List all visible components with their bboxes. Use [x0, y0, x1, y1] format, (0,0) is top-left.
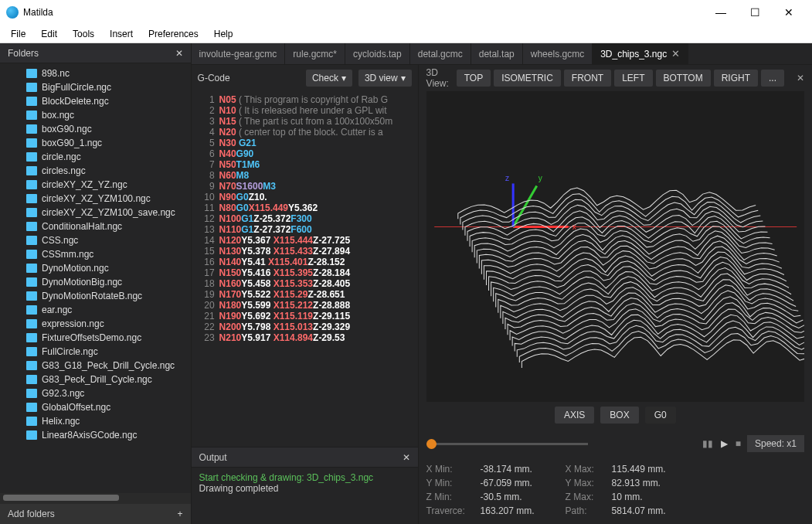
file-item[interactable]: expression.ngc: [23, 317, 191, 331]
add-folders-button[interactable]: Add folders +: [0, 504, 191, 524]
playback-slider[interactable]: [426, 443, 588, 445]
gcode-line[interactable]: 10N90G0Z10.: [192, 192, 418, 202]
gcode-line[interactable]: 6N40G90: [192, 148, 418, 159]
file-item[interactable]: CSSmm.ngc: [23, 247, 191, 261]
menu-help[interactable]: Help: [206, 26, 241, 42]
file-item[interactable]: G83_G18_Peck_Drill_Cycle.ngc: [23, 359, 191, 373]
gcode-line[interactable]: 20N180Y5.599 X115.212Z-28.888: [192, 300, 418, 311]
gcode-line[interactable]: 4N20 ( center top of the block. Cutter i…: [192, 127, 418, 138]
gcode-line[interactable]: 19N170Y5.522 X115.29Z-28.651: [192, 289, 418, 300]
tab[interactable]: cycloids.tap: [345, 43, 410, 64]
file-item[interactable]: BlockDelete.ngc: [23, 94, 191, 108]
gcode-line[interactable]: 18N160Y5.458 X115.353Z-28.405: [192, 278, 418, 289]
gcode-line[interactable]: 13N110G1Z-27.372F600: [192, 224, 418, 235]
gcode-line[interactable]: 16N140Y5.41 X115.401Z-28.152: [192, 257, 418, 267]
tab[interactable]: 3D_chips_3.ngc✕: [593, 43, 688, 64]
3dview-button[interactable]: 3D view ▾: [358, 70, 412, 87]
stop-icon[interactable]: ■: [736, 438, 741, 449]
minimize-button[interactable]: —: [704, 0, 738, 25]
file-item[interactable]: circles.ngc: [23, 164, 191, 178]
gcode-line[interactable]: 14N120Y5.367 X115.444Z-27.725: [192, 235, 418, 246]
file-icon: [26, 83, 37, 92]
file-icon: [26, 222, 37, 231]
check-button[interactable]: Check ▾: [306, 70, 352, 87]
close-button[interactable]: ✕: [772, 0, 806, 25]
gcode-editor[interactable]: 1N05 ( This program is copyright of Rab …: [192, 91, 418, 447]
view-front-button[interactable]: FRONT: [564, 70, 611, 87]
gcode-line[interactable]: 22N200Y5.798 X115.013Z-29.329: [192, 322, 418, 332]
gcode-line[interactable]: 1N05 ( This program is copyright of Rab …: [192, 94, 418, 105]
svg-line-3: [513, 185, 537, 226]
menu-preferences[interactable]: Preferences: [141, 26, 206, 42]
gcode-line[interactable]: 12N100G1Z-25.372F300: [192, 213, 418, 224]
file-item[interactable]: BigFullCircle.ngc: [23, 80, 191, 94]
menu-insert[interactable]: Insert: [102, 26, 141, 42]
file-item[interactable]: FixtureOffsetsDemo.ngc: [23, 331, 191, 345]
speed-button[interactable]: Speed: x1: [747, 435, 804, 452]
file-item[interactable]: G83_Peck_Drill_Cycle.ngc: [23, 373, 191, 386]
file-item[interactable]: 898.nc: [23, 66, 191, 80]
gcode-line[interactable]: 3N15 ( The part is cut from a 100x100x50…: [192, 116, 418, 127]
file-item[interactable]: boxG90.ngc: [23, 122, 191, 136]
gcode-line[interactable]: 5N30 G21: [192, 138, 418, 148]
file-item[interactable]: box.ngc: [23, 108, 191, 122]
tab[interactable]: rule.gcmc*: [285, 43, 345, 64]
file-item[interactable]: G92.3.ngc: [23, 386, 191, 400]
file-item[interactable]: Linear8AxisGCode.ngc: [23, 428, 191, 442]
file-item[interactable]: DynoMotionRotateB.ngc: [23, 289, 191, 303]
view-toggles: AXISBOXG0: [419, 402, 812, 428]
menu-edit[interactable]: Edit: [33, 26, 65, 42]
gcode-line[interactable]: 8N60M8: [192, 170, 418, 181]
file-item[interactable]: DynoMotionBig.ngc: [23, 275, 191, 289]
file-item[interactable]: circleXY_XZ_YZM100_save.ngc: [23, 206, 191, 219]
folders-h-scrollbar[interactable]: [0, 493, 191, 504]
view-isometric-button[interactable]: ISOMETRIC: [494, 70, 561, 87]
view-...-button[interactable]: ...: [761, 70, 784, 87]
gcode-line[interactable]: 11N80G0X115.449Y5.362: [192, 202, 418, 213]
3d-canvas[interactable]: x y z: [426, 91, 804, 402]
gcode-line[interactable]: 21N190Y5.692 X115.119Z-29.115: [192, 311, 418, 322]
file-item[interactable]: GlobalOffset.ngc: [23, 400, 191, 414]
file-item[interactable]: circleXY_XZ_YZ.ngc: [23, 178, 191, 192]
view-right-button[interactable]: RIGHT: [714, 70, 758, 87]
gcode-line[interactable]: 7N50T1M6: [192, 159, 418, 170]
maximize-button[interactable]: ☐: [738, 0, 772, 25]
file-icon: [26, 389, 37, 398]
file-item[interactable]: circle.ngc: [23, 150, 191, 164]
folders-close-icon[interactable]: ✕: [175, 48, 183, 59]
folder-list[interactable]: 898.ncBigFullCircle.ngcBlockDelete.ngcbo…: [0, 63, 191, 493]
file-item[interactable]: circleXY_XZ_YZM100.ngc: [23, 192, 191, 206]
file-item[interactable]: DynoMotion.ngc: [23, 261, 191, 275]
gcode-line[interactable]: 23N210Y5.917 X114.894Z-29.53: [192, 332, 418, 343]
tab-close-icon[interactable]: ✕: [671, 48, 680, 60]
toggle-axis[interactable]: AXIS: [555, 407, 594, 424]
toggle-box[interactable]: BOX: [600, 407, 638, 424]
view-left-button[interactable]: LEFT: [614, 70, 652, 87]
gcode-line[interactable]: 17N150Y5.416 X115.395Z-28.184: [192, 267, 418, 278]
file-item[interactable]: FullCircle.ngc: [23, 345, 191, 359]
play-icon[interactable]: ▶: [721, 438, 728, 449]
file-icon: [26, 111, 37, 120]
view-bottom-button[interactable]: BOTTOM: [656, 70, 711, 87]
file-item[interactable]: ConditionalHalt.ngc: [23, 219, 191, 233]
tab[interactable]: detal.tap: [471, 43, 523, 64]
output-close-icon[interactable]: ✕: [403, 452, 410, 463]
gcode-line[interactable]: 2N10 ( It is released here under a GPL w…: [192, 105, 418, 116]
file-item[interactable]: CSS.ngc: [23, 233, 191, 247]
pause-icon[interactable]: ▮▮: [702, 438, 713, 449]
menu-file[interactable]: File: [3, 26, 33, 42]
file-item[interactable]: ear.ngc: [23, 303, 191, 317]
file-item[interactable]: boxG90_1.ngc: [23, 136, 191, 150]
app-logo-icon: [6, 6, 19, 19]
gcode-line[interactable]: 15N130Y5.378 X115.433Z-27.894: [192, 246, 418, 257]
view-top-button[interactable]: TOP: [457, 70, 491, 87]
toggle-g0[interactable]: G0: [645, 407, 676, 424]
menu-tools[interactable]: Tools: [65, 26, 102, 42]
3dview-close-icon[interactable]: ✕: [797, 73, 804, 83]
gcode-line[interactable]: 9N70S1600M3: [192, 181, 418, 192]
tab[interactable]: detal.gcmc: [410, 43, 471, 64]
plus-icon: +: [178, 509, 183, 519]
file-item[interactable]: Helix.ngc: [23, 414, 191, 428]
tab[interactable]: involute-gear.gcmc: [192, 43, 286, 64]
tab[interactable]: wheels.gcmc: [523, 43, 593, 64]
